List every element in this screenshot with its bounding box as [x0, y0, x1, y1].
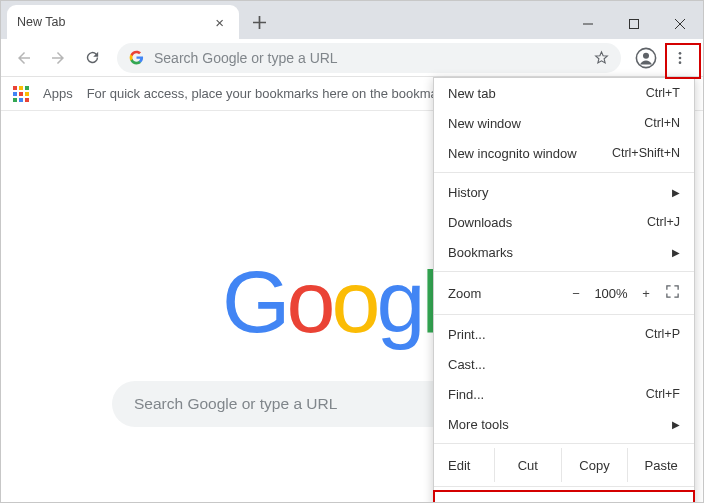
forward-button[interactable] [43, 43, 73, 73]
chevron-right-icon: ▶ [672, 187, 680, 198]
menu-copy[interactable]: Copy [561, 448, 628, 482]
menu-cast[interactable]: Cast... [434, 349, 694, 379]
minimize-button[interactable] [565, 9, 611, 39]
reload-button[interactable] [77, 43, 107, 73]
menu-separator [434, 486, 694, 487]
tab-title: New Tab [17, 15, 65, 29]
svg-point-2 [643, 52, 649, 58]
toolbar: Search Google or type a URL [1, 39, 703, 77]
menu-separator [434, 172, 694, 173]
window-controls [565, 9, 703, 39]
zoom-in-button[interactable]: + [633, 286, 659, 301]
new-tab-button[interactable] [245, 8, 273, 36]
menu-new-tab[interactable]: New tabCtrl+T [434, 78, 694, 108]
menu-settings[interactable]: Settings [435, 492, 693, 503]
menu-separator [434, 271, 694, 272]
apps-label[interactable]: Apps [43, 86, 73, 101]
chevron-right-icon: ▶ [672, 419, 680, 430]
menu-separator [434, 314, 694, 315]
menu-print[interactable]: Print...Ctrl+P [434, 319, 694, 349]
menu-history[interactable]: History▶ [434, 177, 694, 207]
bookmarks-hint: For quick access, place your bookmarks h… [87, 86, 474, 101]
menu-new-incognito[interactable]: New incognito windowCtrl+Shift+N [434, 138, 694, 168]
browser-tab[interactable]: New Tab × [7, 5, 239, 39]
apps-icon[interactable] [13, 86, 29, 102]
back-button[interactable] [9, 43, 39, 73]
address-bar[interactable]: Search Google or type a URL [117, 43, 621, 73]
profile-icon[interactable] [631, 43, 661, 73]
fullscreen-icon[interactable] [665, 284, 680, 302]
svg-point-4 [679, 56, 682, 59]
menu-separator [434, 443, 694, 444]
menu-edit-row: Edit Cut Copy Paste [434, 448, 694, 482]
chrome-menu: New tabCtrl+T New windowCtrl+N New incog… [433, 77, 695, 503]
menu-find[interactable]: Find...Ctrl+F [434, 379, 694, 409]
menu-paste[interactable]: Paste [627, 448, 694, 482]
chevron-right-icon: ▶ [672, 247, 680, 258]
zoom-value: 100% [589, 286, 633, 301]
close-window-button[interactable] [657, 9, 703, 39]
omnibox-placeholder: Search Google or type a URL [154, 50, 584, 66]
svg-point-5 [679, 61, 682, 64]
star-icon[interactable] [594, 50, 609, 65]
svg-point-3 [679, 52, 682, 55]
menu-downloads[interactable]: DownloadsCtrl+J [434, 207, 694, 237]
google-g-icon [129, 50, 144, 65]
tab-close-icon[interactable]: × [210, 12, 229, 33]
menu-zoom: Zoom − 100% + [434, 276, 694, 310]
menu-cut[interactable]: Cut [494, 448, 561, 482]
kebab-menu-icon[interactable] [665, 43, 695, 73]
maximize-button[interactable] [611, 9, 657, 39]
menu-bookmarks[interactable]: Bookmarks▶ [434, 237, 694, 267]
search-placeholder: Search Google or type a URL [134, 395, 337, 413]
titlebar: New Tab × [1, 1, 703, 39]
svg-rect-0 [630, 20, 639, 29]
menu-new-window[interactable]: New windowCtrl+N [434, 108, 694, 138]
zoom-out-button[interactable]: − [563, 286, 589, 301]
menu-more-tools[interactable]: More tools▶ [434, 409, 694, 439]
annotation-highlight-settings: Settings [433, 490, 695, 503]
